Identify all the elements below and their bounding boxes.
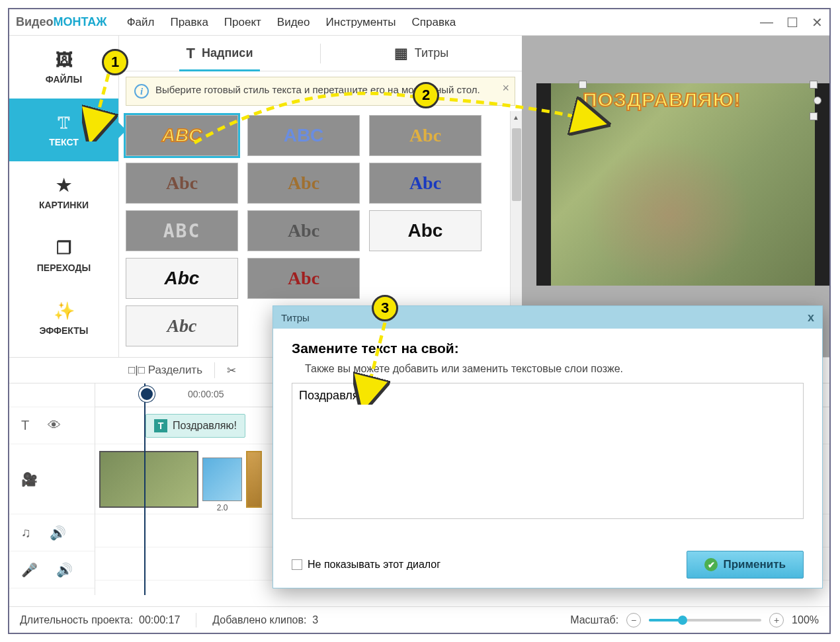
dialog-title: Титры	[281, 312, 310, 323]
annotation-badge-1: 1	[102, 49, 128, 75]
playhead[interactable]	[144, 383, 146, 595]
menu-video[interactable]: Видео	[277, 16, 310, 29]
resize-handle[interactable]	[579, 112, 587, 120]
split-button[interactable]: □|□ Разделить	[128, 364, 202, 377]
tab-label: Надписи	[202, 46, 253, 60]
video-track-head: 🎥	[9, 444, 95, 514]
speaker-icon[interactable]: 🔊	[56, 562, 73, 578]
close-icon[interactable]: ×	[502, 81, 509, 95]
text-clip-label: Поздравляю!	[173, 420, 237, 432]
sidebar-item-pictures[interactable]: ★ КАРТИНКИ	[9, 161, 118, 224]
zoom-slider[interactable]	[649, 619, 761, 622]
menu-project[interactable]: Проект	[224, 16, 261, 29]
close-icon[interactable]: x	[808, 311, 814, 325]
zoom-in-button[interactable]: +	[769, 613, 784, 627]
text-style-tile[interactable]: Abc	[369, 163, 482, 204]
dialog-subheading: Также вы можете добавить или заменить те…	[292, 363, 804, 375]
ruler-head	[9, 383, 95, 407]
tab-label: Титры	[415, 46, 448, 60]
cut-icon[interactable]: ✂	[227, 364, 236, 378]
info-icon: i	[134, 84, 149, 99]
star-icon: ★	[56, 175, 71, 196]
menu-file[interactable]: Файл	[127, 16, 155, 29]
film-icon: ▦	[394, 45, 408, 62]
image-icon: 🖼	[56, 50, 73, 70]
sidebar-item-effects[interactable]: ✨ ЭФФЕКТЫ	[9, 287, 118, 350]
text-style-tile[interactable]: Abc	[126, 305, 238, 346]
status-bar: Длительность проекта: 00:00:17 Добавлено…	[9, 606, 829, 633]
dialog-heading: Замените текст на свой:	[292, 341, 804, 356]
apply-button[interactable]: ✔ Применить	[687, 551, 804, 579]
sidebar-item-label: ПЕРЕХОДЫ	[37, 262, 91, 273]
rotate-handle[interactable]	[814, 97, 821, 104]
eye-icon[interactable]: 👁	[48, 418, 61, 433]
transition-duration: 2.0	[203, 503, 241, 512]
sidebar-item-transitions[interactable]: ❐ ПЕРЕХОДЫ	[9, 224, 118, 287]
app-window: ВидеоМОНТАЖ Файл Правка Проект Видео Инс…	[8, 8, 831, 634]
dont-show-checkbox[interactable]	[292, 559, 302, 570]
text-style-tile[interactable]: Abc	[126, 258, 238, 299]
zoom-out-button[interactable]: −	[626, 613, 641, 627]
sidebar: 🖼 ФАЙЛЫ T ТЕКСТ ★ КАРТИНКИ ❐ ПЕРЕХОДЫ ✨ …	[9, 36, 118, 357]
text-style-tile[interactable]: ABC	[126, 115, 238, 156]
menu-bar: ВидеоМОНТАЖ Файл Правка Проект Видео Инс…	[9, 9, 829, 36]
sidebar-item-text[interactable]: T ТЕКСТ	[9, 99, 118, 161]
text-style-tile[interactable]: Abc	[126, 163, 238, 204]
tab-captions[interactable]: T Надписи	[119, 36, 320, 71]
text-style-tile[interactable]: ABC	[247, 115, 360, 156]
title-text-input[interactable]	[292, 383, 804, 519]
scroll-up-icon[interactable]: ▲	[513, 114, 519, 121]
resize-handle[interactable]	[810, 81, 818, 89]
text-icon: T	[58, 113, 69, 133]
dont-show-label: Не показывать этот диалог	[308, 559, 441, 571]
text-badge-icon: T	[154, 419, 167, 432]
track-headers: T 👁 🎥 ♫ 🔊 🎤 🔊	[9, 383, 95, 595]
layers-icon: ❐	[56, 238, 71, 259]
text-style-tile[interactable]: Abc	[247, 258, 360, 299]
annotation-badge-2: 2	[413, 82, 439, 108]
tab-titles[interactable]: ▦ Титры	[321, 36, 522, 71]
project-duration: Длительность проекта: 00:00:17	[20, 614, 180, 626]
minimize-icon[interactable]: —	[760, 15, 773, 30]
menu-edit[interactable]: Правка	[170, 16, 208, 29]
menu-tools[interactable]: Инструменты	[326, 16, 396, 29]
text-style-tile[interactable]: Abc	[369, 210, 482, 251]
music-icon: ♫	[21, 525, 31, 540]
speaker-icon[interactable]: 🔊	[50, 525, 66, 541]
sidebar-item-label: ФАЙЛЫ	[46, 74, 82, 85]
text-style-tile[interactable]: Abc	[369, 115, 482, 156]
sidebar-item-label: ЭФФЕКТЫ	[40, 325, 89, 336]
video-clip[interactable]	[246, 451, 262, 508]
text-clip[interactable]: T Поздравляю!	[146, 414, 245, 438]
window-controls: — ☐ ✕	[760, 15, 823, 30]
check-icon: ✔	[704, 558, 718, 571]
dialog-titlebar[interactable]: Титры x	[273, 306, 822, 329]
resize-handle[interactable]	[579, 81, 587, 89]
tabs-row: T Надписи ▦ Титры	[119, 36, 522, 71]
wand-icon: ✨	[54, 301, 75, 321]
text-style-tile[interactable]: ABC	[126, 210, 238, 251]
text-track-head: T 👁	[9, 407, 95, 444]
resize-handle[interactable]	[810, 112, 818, 120]
scrollbar-thumb[interactable]	[512, 128, 521, 201]
sidebar-item-label: ТЕКСТ	[49, 137, 79, 147]
video-clip[interactable]	[99, 451, 198, 508]
sidebar-item-files[interactable]: 🖼 ФАЙЛЫ	[9, 36, 118, 99]
zoom-controls: Масштаб: − + 100%	[570, 613, 819, 627]
maximize-icon[interactable]: ☐	[786, 15, 798, 30]
preview-canvas[interactable]: ПОЗДРАВЛЯЮ!	[536, 83, 829, 286]
close-icon[interactable]: ✕	[812, 15, 823, 30]
mic-icon: 🎤	[21, 562, 38, 578]
text-style-tile[interactable]: Abc	[247, 163, 360, 204]
transition-clip[interactable]: 2.0	[202, 458, 242, 501]
music-track-head: ♫ 🔊	[9, 514, 95, 551]
text-style-tile[interactable]: Abc	[247, 210, 360, 251]
preview-text-overlay[interactable]: ПОЗДРАВЛЯЮ!	[583, 89, 807, 111]
zoom-value: 100%	[792, 614, 819, 626]
zoom-label: Масштаб:	[570, 614, 618, 626]
camera-icon: 🎥	[21, 471, 38, 487]
app-logo: ВидеоМОНТАЖ	[16, 15, 107, 29]
titles-dialog: Титры x Замените текст на свой: Также вы…	[273, 305, 823, 588]
menu-help[interactable]: Справка	[412, 16, 456, 29]
text-icon: T	[21, 418, 29, 433]
